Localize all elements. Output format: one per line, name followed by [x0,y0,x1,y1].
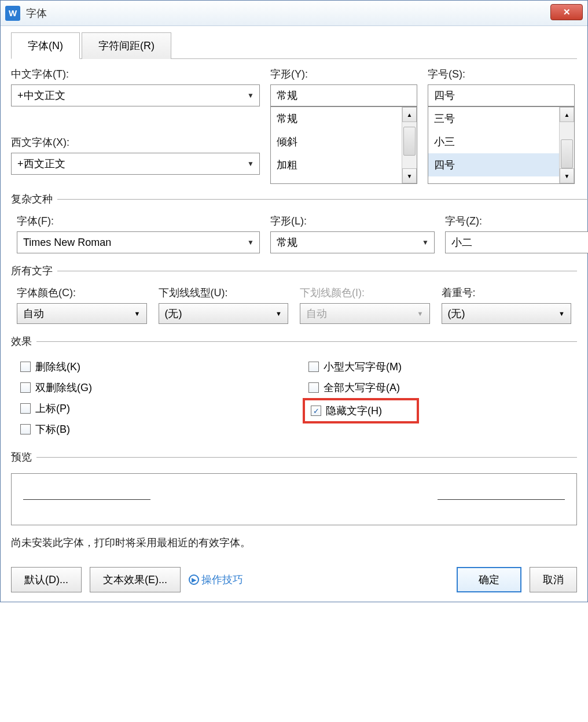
checkbox-superscript[interactable]: 上标(P) [11,398,289,419]
legend-effects: 效果 [11,334,36,348]
label-underline-color: 下划线颜色(I): [300,286,430,300]
play-icon: ▶ [189,574,199,585]
close-icon: ✕ [563,7,571,17]
preview-line [23,499,150,500]
scroll-thumb[interactable] [561,139,573,168]
cn-font-combo[interactable]: ▼ [11,84,260,106]
legend-preview: 预览 [11,450,36,464]
label-complex-style: 字形(L): [270,214,435,228]
chevron-down-icon: ▼ [417,310,424,317]
checkbox-icon [20,382,31,393]
checkbox-icon [20,424,31,434]
preview-line [438,499,565,500]
label-complex-size: 字号(Z): [445,214,588,228]
effects-group: 效果 删除线(K) 双删除线(G) 上标(P) 下标(B) 小型大写字母(M) … [11,334,577,442]
label-style: 字形(Y): [270,67,417,81]
list-item[interactable]: 加粗 [271,153,402,176]
preview-box [11,473,577,525]
chevron-down-icon: ▼ [275,310,282,317]
complex-script-group: 复杂文种 字体(F): ▼ 字形(L): ▼ 字 [11,192,588,256]
emphasis-dropdown[interactable]: (无)▼ [442,303,572,324]
chevron-down-icon[interactable]: ▼ [242,160,259,168]
label-font-color: 字体颜色(C): [17,286,147,300]
scrollbar[interactable]: ▲ ▼ [559,107,574,183]
titlebar: W 字体 ✕ [1,1,587,26]
window-title: 字体 [26,6,47,20]
complex-font-input[interactable] [17,237,242,249]
chevron-down-icon[interactable]: ▼ [417,238,434,246]
scroll-up-icon[interactable]: ▲ [560,107,574,122]
checkbox-icon [20,362,31,372]
label-underline: 下划线线型(U): [159,286,289,300]
tab-font[interactable]: 字体(N) [11,32,80,59]
chevron-down-icon[interactable]: ▼ [242,91,259,100]
cancel-button[interactable]: 取消 [530,567,577,592]
tab-spacing[interactable]: 字符间距(R) [82,32,171,59]
scroll-thumb[interactable] [403,127,416,156]
checkbox-double-strike[interactable]: 双删除线(G) [11,377,289,398]
legend-all-text: 所有文字 [11,264,57,278]
default-button[interactable]: 默认(D)... [11,567,82,592]
style-listbox[interactable]: 常规 倾斜 加粗 ▲ ▼ [270,106,417,184]
complex-style-combo[interactable]: ▼ [270,231,435,253]
size-combo[interactable] [428,84,575,106]
underline-color-dropdown: 自动▼ [300,303,430,324]
list-item[interactable]: 三号 [428,107,559,130]
label-emphasis: 着重号: [442,286,572,300]
list-item[interactable]: 常规 [271,107,402,130]
complex-size-combo[interactable]: ▼ [445,231,588,253]
highlight-box: ✓隐藏文字(H) [303,398,419,423]
cn-font-input[interactable] [12,90,242,102]
checkbox-allcaps[interactable]: 全部大写字母(A) [299,377,577,398]
scroll-down-icon[interactable]: ▼ [560,168,574,183]
chevron-down-icon[interactable]: ▼ [242,238,259,246]
size-input[interactable] [428,90,574,102]
all-text-group: 所有文字 字体颜色(C): 自动▼ 下划线线型(U): (无)▼ 下划线颜色(I… [11,264,577,326]
font-dialog: W 字体 ✕ 字体(N) 字符间距(R) 中文字体(T): ▼ 西文字体(X):… [0,0,588,602]
preview-group: 预览 [11,450,577,528]
label-en-font: 西文字体(X): [11,135,260,149]
scrollbar[interactable]: ▲ ▼ [402,107,417,183]
app-icon: W [5,6,20,21]
complex-style-input[interactable] [271,237,417,249]
tab-bar: 字体(N) 字符间距(R) [11,32,577,59]
legend-complex: 复杂文种 [11,192,57,206]
underline-dropdown[interactable]: (无)▼ [159,303,289,324]
complex-font-combo[interactable]: ▼ [17,231,260,253]
font-color-dropdown[interactable]: 自动▼ [17,303,147,324]
label-size: 字号(S): [428,67,575,81]
button-bar: 默认(D)... 文本效果(E)... ▶操作技巧 确定 取消 [1,561,587,602]
checkbox-hidden[interactable]: ✓隐藏文字(H) [307,404,382,418]
style-combo[interactable] [270,84,417,106]
complex-size-input[interactable] [446,237,588,249]
ok-button[interactable]: 确定 [457,567,521,592]
close-button[interactable]: ✕ [550,4,583,20]
list-item[interactable]: 小三 [428,130,559,153]
tips-link[interactable]: ▶操作技巧 [189,573,243,587]
chevron-down-icon: ▼ [558,310,565,317]
list-item[interactable]: 四号 [428,153,559,176]
scroll-down-icon[interactable]: ▼ [402,168,417,183]
list-item[interactable]: 倾斜 [271,130,402,153]
label-cn-font: 中文字体(T): [11,67,260,81]
chevron-down-icon: ▼ [134,310,141,317]
checkbox-subscript[interactable]: 下标(B) [11,419,289,440]
checkbox-icon [308,382,319,393]
style-input[interactable] [271,90,417,102]
status-message: 尚未安装此字体，打印时将采用最相近的有效字体。 [11,528,577,553]
checkbox-icon [308,362,319,372]
en-font-input[interactable] [12,158,242,170]
scroll-up-icon[interactable]: ▲ [402,107,417,122]
text-effect-button[interactable]: 文本效果(E)... [90,567,181,592]
label-complex-font: 字体(F): [17,214,260,228]
checkbox-strike[interactable]: 删除线(K) [11,356,289,377]
en-font-combo[interactable]: ▼ [11,153,260,175]
size-listbox[interactable]: 三号 小三 四号 ▲ ▼ [428,106,575,184]
checkbox-icon [20,403,31,414]
checkbox-icon: ✓ [311,406,321,416]
checkbox-smallcaps[interactable]: 小型大写字母(M) [299,356,577,377]
